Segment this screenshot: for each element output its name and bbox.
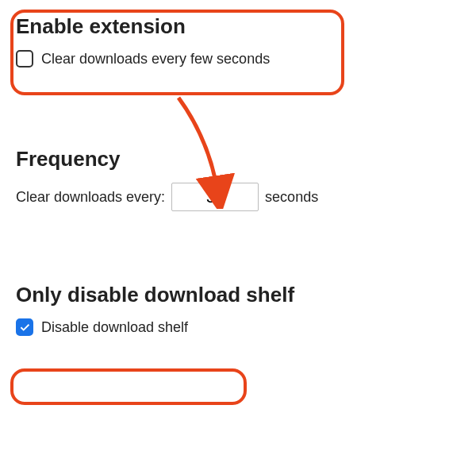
clear-downloads-label: Clear downloads every few seconds xyxy=(41,51,270,68)
frequency-label-after: seconds xyxy=(265,189,318,206)
enable-extension-title: Enable extension xyxy=(16,14,460,39)
disable-shelf-checkbox-row: Disable download shelf xyxy=(16,318,460,336)
clear-downloads-checkbox[interactable] xyxy=(16,50,33,68)
enable-extension-section: Enable extension Clear downloads every f… xyxy=(16,14,460,68)
check-icon xyxy=(19,322,30,333)
clear-downloads-checkbox-row: Clear downloads every few seconds xyxy=(16,50,460,68)
disable-shelf-section: Only disable download shelf Disable down… xyxy=(16,283,460,336)
disable-shelf-title: Only disable download shelf xyxy=(16,283,460,307)
frequency-section: Frequency Clear downloads every: seconds xyxy=(16,147,460,211)
annotation-highlight-2 xyxy=(10,368,247,405)
frequency-label-before: Clear downloads every: xyxy=(16,189,165,206)
frequency-row: Clear downloads every: seconds xyxy=(16,183,460,211)
frequency-title: Frequency xyxy=(16,147,460,172)
disable-shelf-label: Disable download shelf xyxy=(41,319,188,336)
disable-shelf-checkbox[interactable] xyxy=(16,318,33,336)
frequency-input[interactable] xyxy=(171,183,259,211)
